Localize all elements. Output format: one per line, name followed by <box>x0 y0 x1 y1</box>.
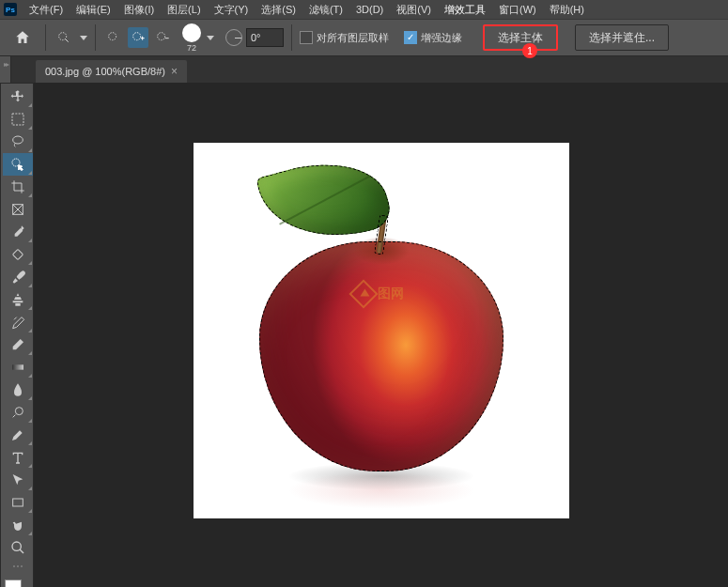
gradient-tool[interactable] <box>3 356 33 378</box>
zoom-tool[interactable] <box>3 536 33 559</box>
document-tab-bar: 003.jpg @ 100%(RGB/8#) × <box>0 56 728 83</box>
svg-point-1 <box>109 33 116 40</box>
menu-bar: Ps 文件(F) 编辑(E) 图像(I) 图层(L) 文字(Y) 选择(S) 滤… <box>0 0 728 19</box>
menu-select[interactable]: 选择(S) <box>255 3 302 17</box>
brush-tool[interactable] <box>3 266 33 288</box>
svg-point-5 <box>13 136 23 144</box>
toolbox: ⋯ <box>0 83 34 587</box>
eraser-tool[interactable] <box>3 333 33 356</box>
angle-dial[interactable] <box>225 29 242 46</box>
select-and-mask-button[interactable]: 选择并遮住... <box>575 24 669 51</box>
rectangle-tool[interactable] <box>3 491 33 514</box>
menu-image[interactable]: 图像(I) <box>117 3 161 17</box>
menu-type[interactable]: 文字(Y) <box>208 3 256 17</box>
svg-rect-8 <box>12 249 23 259</box>
marquee-tool[interactable] <box>3 108 33 131</box>
select-and-mask-label: 选择并遮住... <box>589 30 655 46</box>
move-tool[interactable] <box>3 85 33 108</box>
dodge-tool[interactable] <box>3 401 33 424</box>
menu-window[interactable]: 窗口(W) <box>492 3 543 17</box>
healing-brush-tool[interactable] <box>3 243 33 266</box>
chevron-down-icon <box>80 36 87 40</box>
apple-reflection <box>287 471 475 509</box>
history-brush-tool[interactable] <box>3 311 33 333</box>
expand-arrows-icon: ▸▸ <box>0 56 10 69</box>
quick-selection-tool[interactable] <box>3 153 33 176</box>
subtract-from-selection-button[interactable] <box>152 27 173 48</box>
watermark-text: 图网 <box>378 286 404 302</box>
menu-edit[interactable]: 编辑(E) <box>70 3 117 17</box>
select-subject-button[interactable]: 选择主体 1 <box>483 24 558 51</box>
apple-image <box>259 241 503 471</box>
crop-tool[interactable] <box>3 176 33 198</box>
angle-input[interactable] <box>246 28 284 47</box>
document-canvas[interactable]: 图网 <box>194 143 569 518</box>
new-selection-button[interactable] <box>103 27 124 48</box>
pen-tool[interactable] <box>3 424 33 446</box>
chevron-down-icon <box>207 36 214 40</box>
separator <box>291 24 292 51</box>
sample-all-layers-label: 对所有图层取样 <box>317 31 389 45</box>
brush-size-value: 72 <box>187 43 196 53</box>
edit-toolbar-button[interactable]: ⋯ <box>3 559 33 574</box>
menu-help[interactable]: 帮助(H) <box>543 3 591 17</box>
svg-rect-4 <box>12 114 23 125</box>
svg-rect-9 <box>12 364 23 369</box>
options-bar: 72 对所有图层取样 增强边缘 选择主体 1 选择并遮住... <box>0 19 728 56</box>
svg-point-12 <box>12 542 21 550</box>
app-logo: Ps <box>4 3 17 16</box>
svg-rect-11 <box>13 499 23 506</box>
annotation-callout: 1 <box>522 43 537 58</box>
svg-point-3 <box>158 33 165 40</box>
canvas-area[interactable]: 图网 <box>34 83 728 587</box>
watermark: 图网 <box>353 284 404 304</box>
foreground-color[interactable] <box>5 579 22 587</box>
tool-preset-picker[interactable] <box>54 27 87 48</box>
add-to-selection-button[interactable] <box>128 27 148 48</box>
menu-layer[interactable]: 图层(L) <box>161 3 207 17</box>
frame-tool[interactable] <box>3 198 33 221</box>
type-tool[interactable] <box>3 446 33 469</box>
blur-tool[interactable] <box>3 378 33 401</box>
menu-view[interactable]: 视图(V) <box>390 3 438 17</box>
document-tab-title: 003.jpg @ 100%(RGB/8#) <box>45 66 165 77</box>
watermark-icon <box>349 279 378 308</box>
brush-preview-icon <box>182 23 201 42</box>
svg-point-10 <box>15 408 23 415</box>
lasso-tool[interactable] <box>3 131 33 153</box>
brush-picker[interactable]: 72 <box>182 23 214 53</box>
menu-3d[interactable]: 3D(D) <box>349 4 390 15</box>
menu-plugins[interactable]: 增效工具 <box>438 3 492 17</box>
document-tab[interactable]: 003.jpg @ 100%(RGB/8#) × <box>36 60 187 83</box>
eyedropper-tool[interactable] <box>3 221 33 243</box>
home-button[interactable] <box>8 24 38 51</box>
separator <box>95 24 96 51</box>
path-selection-tool[interactable] <box>3 469 33 491</box>
separator <box>45 24 46 51</box>
hand-tool[interactable] <box>3 514 33 536</box>
enhance-edge-label: 增强边缘 <box>421 31 462 45</box>
clone-stamp-tool[interactable] <box>3 288 33 311</box>
quick-select-tool-icon <box>54 27 74 48</box>
menu-file[interactable]: 文件(F) <box>23 3 70 17</box>
menu-filter[interactable]: 滤镜(T) <box>302 3 349 17</box>
close-tab-icon[interactable]: × <box>171 65 178 78</box>
select-subject-label: 选择主体 <box>498 30 543 46</box>
svg-point-2 <box>133 33 141 40</box>
color-swatches[interactable] <box>3 578 33 587</box>
sample-all-layers-checkbox[interactable] <box>300 31 313 44</box>
enhance-edge-checkbox[interactable] <box>404 31 417 44</box>
